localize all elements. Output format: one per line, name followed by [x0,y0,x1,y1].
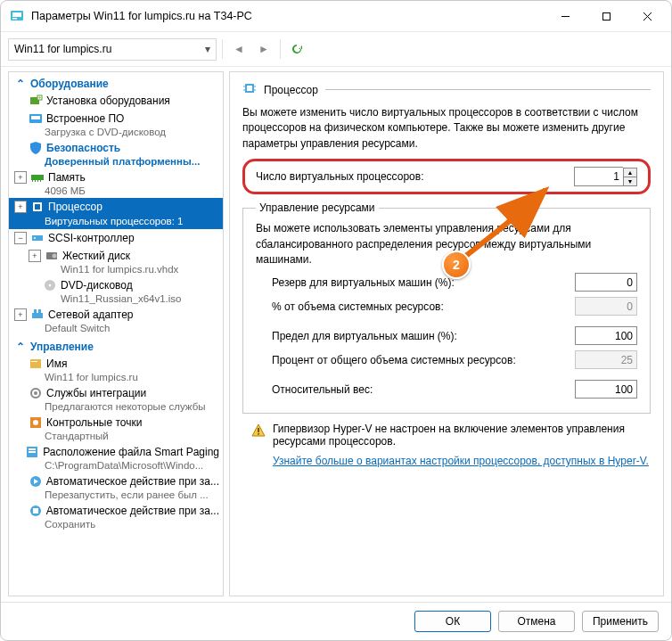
annotation-badge: 2 [442,251,471,279]
autostart-icon [29,474,43,489]
add-hardware-icon: + [29,94,43,108]
svg-rect-36 [29,451,36,453]
reserve-input[interactable] [575,273,637,292]
memory-icon [30,170,45,185]
tree-security-sub: Доверенный платформенны... [9,156,223,167]
svg-rect-40 [33,508,38,514]
limit-input[interactable] [575,326,637,345]
svg-rect-48 [258,428,259,432]
dialog-footer: ОК Отмена Применить [1,602,671,640]
vcpu-input[interactable] [574,167,623,186]
tree-checkpoints-sub: Стандартный [9,431,223,441]
titlebar: Параметры Win11 for lumpics.ru на T34-PC [1,1,671,32]
tree-security[interactable]: Безопасность [9,139,223,157]
toolbar: Win11 for lumpics.ru ▾ ◄ ► [1,32,671,67]
firmware-icon [29,111,43,126]
section-hardware[interactable]: ⌃ Оборудование [9,72,223,92]
close-button[interactable] [627,3,668,29]
nav-forward-button[interactable]: ► [253,38,275,60]
tree-add-hardware[interactable]: + Установка оборудования [9,92,223,110]
svg-rect-14 [35,180,36,182]
limit-label: Предел для виртуальных машин (%): [272,330,575,342]
svg-rect-27 [38,309,41,313]
content-pane: Процессор Вы можете изменить число вирту… [229,71,664,596]
tree-integration-sub: Предлагаются некоторые службы [9,401,223,412]
tree-smartpaging-sub: C:\ProgramData\Microsoft\Windo... [9,460,223,471]
refresh-button[interactable] [286,38,307,60]
svg-rect-19 [32,235,43,241]
settings-tree: ⌃ Оборудование + Установка оборудования … [8,71,224,596]
resource-management-group: Управление ресурсами Вы можете использов… [242,201,651,414]
svg-rect-42 [247,86,252,91]
section-management[interactable]: ⌃ Управление [9,335,223,355]
vm-selector[interactable]: Win11 for lumpics.ru ▾ [8,38,217,61]
settings-window: Параметры Win11 for lumpics.ru на T34-PC… [0,0,672,641]
pct-total-label: Процент от общего объема системных ресур… [272,354,575,366]
nav-back-button[interactable]: ◄ [228,38,250,60]
tree-autostart-sub: Перезапустить, если ранее был ... [9,489,223,500]
tree-smartpaging[interactable]: Расположение файла Smart Paging [9,443,223,461]
spin-down-button[interactable]: ▼ [624,177,636,185]
svg-rect-18 [35,204,40,210]
pct-total-input [575,350,637,369]
vm-selector-value: Win11 for lumpics.ru [14,43,111,55]
services-icon [29,386,43,400]
svg-rect-1 [12,12,21,17]
pane-title-row: Процессор [242,81,651,98]
tree-scsi[interactable]: − SCSI-контроллер [9,229,223,247]
smartpaging-icon [25,445,39,459]
dvd-icon [43,278,57,292]
svg-point-24 [49,284,52,287]
window-title: Параметры Win11 for lumpics.ru на T34-PC [31,10,545,22]
svg-point-22 [53,254,57,259]
tree-firmware[interactable]: Встроенное ПО [9,110,223,127]
tree-network[interactable]: + Сетевой адаптер [9,306,223,324]
tree-integration[interactable]: Службы интеграции [9,384,223,402]
tree-memory[interactable]: + Память [9,168,223,186]
tree-network-sub: Default Switch [9,323,223,333]
tree-name[interactable]: Имя [9,355,223,373]
tree-name-sub: Win11 for lumpics.ru [9,372,223,382]
tree-processor[interactable]: + Процессор [9,198,223,216]
svg-rect-26 [34,309,37,313]
ok-button[interactable]: ОК [414,611,491,632]
svg-rect-16 [40,180,41,182]
name-icon [29,357,43,371]
tree-dvd[interactable]: DVD-дисковод [9,276,223,294]
spin-up-button[interactable]: ▲ [624,168,636,177]
cancel-button[interactable]: Отмена [498,611,575,632]
tree-hdd[interactable]: + Жесткий диск [9,247,223,265]
svg-rect-35 [29,448,36,450]
collapse-icon: ⌃ [16,341,25,353]
reserve-label: Резерв для виртуальных машин (%): [272,276,575,289]
vcpu-row-callout: Число виртуальных процессоров: ▲ ▼ [242,159,651,194]
minimize-button[interactable] [545,3,586,29]
svg-rect-15 [37,180,38,182]
maximize-button[interactable] [586,3,627,29]
shield-icon [29,141,43,155]
learn-more-link[interactable]: Узнайте больше о вариантах настройки про… [273,455,649,467]
app-icon [10,9,24,23]
cpu-icon [242,81,257,98]
tree-autostop[interactable]: Автоматическое действие при за... [9,502,223,520]
svg-rect-28 [30,359,41,368]
chevron-down-icon: ▾ [205,43,210,55]
svg-rect-4 [602,12,610,20]
svg-text:+: + [38,95,42,100]
hdd-icon [45,249,59,263]
collapse-icon: ⌃ [16,78,25,90]
weight-input[interactable] [575,380,637,399]
tree-autostop-sub: Сохранить [9,519,223,530]
warning-icon [251,423,266,438]
svg-rect-25 [32,313,43,318]
warning-text: Гипервизор Hyper-V не настроен на включе… [273,423,651,448]
tree-checkpoints[interactable]: Контрольные точки [9,414,223,431]
vcpu-spinner[interactable]: ▲ ▼ [574,167,637,186]
apply-button[interactable]: Применить [582,611,659,632]
tree-autostart[interactable]: Автоматическое действие при за... [9,473,223,490]
rm-legend: Управление ресурсами [256,201,379,214]
svg-point-33 [33,420,38,425]
autostop-icon [29,504,43,518]
cpu-icon [30,200,45,214]
tree-dvd-sub: Win11_Russian_x64v1.iso [9,293,223,304]
